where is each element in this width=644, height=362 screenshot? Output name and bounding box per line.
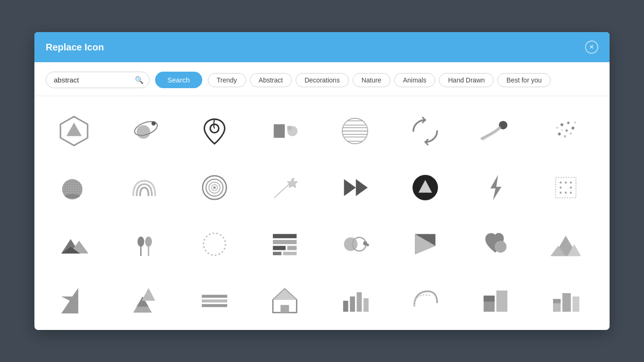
tag-hand-drawn[interactable]: Hand Drawn [439,73,494,87]
building-blocks-icon[interactable] [467,277,524,324]
svg-rect-61 [273,246,286,250]
search-input[interactable] [46,72,149,88]
svg-point-50 [570,192,572,194]
svg-rect-20 [567,121,570,124]
svg-rect-86 [350,296,355,312]
lightning-icon[interactable] [467,164,524,211]
city-outline-icon[interactable] [537,277,594,324]
svg-rect-87 [357,292,362,312]
dotted-circle-icon[interactable] [186,221,243,268]
svg-point-48 [560,192,562,194]
search-button[interactable]: Search [155,72,202,88]
arrow-play-icon[interactable] [327,164,383,211]
svg-marker-1 [66,123,82,136]
svg-point-43 [560,181,562,184]
tag-decorations[interactable]: Decorations [296,73,349,87]
svg-point-68 [366,244,369,246]
tag-filters: TrendyAbstractDecorationsNatureAnimalsHa… [208,73,551,87]
svg-point-65 [344,238,358,251]
textured-sphere-icon[interactable] [46,164,102,211]
planet-orbit-icon[interactable] [116,107,173,155]
tag-animals[interactable]: Animals [394,73,436,87]
close-button[interactable]: × [585,41,598,54]
comet-icon[interactable] [467,107,524,155]
svg-point-31 [62,179,83,199]
flag-triangle-icon[interactable] [397,221,454,268]
svg-rect-59 [273,234,297,238]
heart-fruit-icon[interactable] [467,221,524,268]
mountains-icon[interactable] [46,221,102,268]
tag-trendy[interactable]: Trendy [208,73,246,87]
svg-rect-83 [281,305,289,313]
svg-marker-38 [344,179,356,196]
replace-icon-modal: Replace Icon × 🔍 Search TrendyAbstractDe… [34,32,610,330]
svg-rect-8 [287,126,291,130]
svg-rect-22 [570,132,572,135]
icon-grid [46,107,598,324]
horizontal-lines-icon[interactable] [186,277,243,324]
svg-rect-93 [562,293,571,312]
tag-abstract[interactable]: Abstract [250,73,292,87]
svg-rect-19 [560,123,563,126]
svg-marker-75 [61,288,78,313]
rainbow-arch-icon[interactable] [116,164,173,211]
shapes-blocks-icon[interactable] [256,107,313,155]
bars-grid-icon[interactable] [256,221,313,268]
svg-point-5 [210,124,219,133]
two-pins-icon[interactable] [116,221,173,268]
svg-rect-64 [283,252,297,255]
scattered-dots-icon[interactable] [537,107,594,155]
svg-rect-85 [343,301,348,312]
modal-title: Replace Icon [46,42,104,53]
dotted-square-icon[interactable] [537,164,594,211]
circle-stripes-icon[interactable] [327,107,383,155]
svg-point-56 [145,237,152,247]
svg-point-71 [495,241,506,253]
tag-nature[interactable]: Nature [353,73,390,87]
mountain-peaks-icon[interactable] [537,221,594,268]
svg-marker-39 [356,179,368,196]
triangles-cluster-icon[interactable] [116,277,173,324]
bar-chart-icon[interactable] [327,277,383,324]
svg-rect-81 [202,304,227,307]
wood-ring-icon[interactable] [186,164,243,211]
svg-rect-6 [274,124,285,138]
svg-rect-60 [273,240,297,244]
svg-marker-84 [273,289,297,300]
location-pin-icon[interactable] [186,107,243,155]
svg-rect-27 [565,129,568,132]
hexagon-triangle-icon[interactable] [46,107,102,155]
search-bar: 🔍 Search TrendyAbstractDecorationsNature… [34,62,610,96]
semicircle-icon[interactable] [397,277,454,324]
svg-rect-80 [202,299,227,302]
svg-rect-21 [571,127,574,130]
svg-rect-88 [363,298,369,312]
modal-body[interactable] [34,96,610,330]
svg-rect-91 [484,296,495,302]
modal-header: Replace Icon × [34,32,610,62]
svg-rect-25 [556,126,559,129]
svg-point-46 [560,187,562,189]
svg-rect-23 [564,135,567,138]
svg-point-58 [204,233,226,255]
house-icon[interactable] [256,277,313,324]
angular-shape-icon[interactable] [46,277,102,324]
svg-rect-26 [574,122,576,124]
svg-rect-62 [287,246,297,250]
shooting-star-icon[interactable] [256,164,313,211]
dark-circle-triangle-icon[interactable] [397,164,454,211]
infinity-dots-icon[interactable] [327,221,383,268]
search-input-wrapper: 🔍 [46,72,149,88]
svg-rect-94 [572,296,579,312]
tag-best-for-you[interactable]: Best for you [497,73,551,87]
svg-marker-78 [142,288,156,301]
svg-rect-42 [555,177,576,197]
svg-point-47 [570,187,572,189]
svg-rect-28 [561,129,563,131]
svg-rect-95 [553,299,561,303]
svg-rect-63 [273,252,281,255]
svg-point-44 [565,181,567,184]
svg-rect-79 [202,295,227,297]
modal-overlay: Replace Icon × 🔍 Search TrendyAbstractDe… [0,0,644,362]
circular-arrows-icon[interactable] [397,107,454,155]
